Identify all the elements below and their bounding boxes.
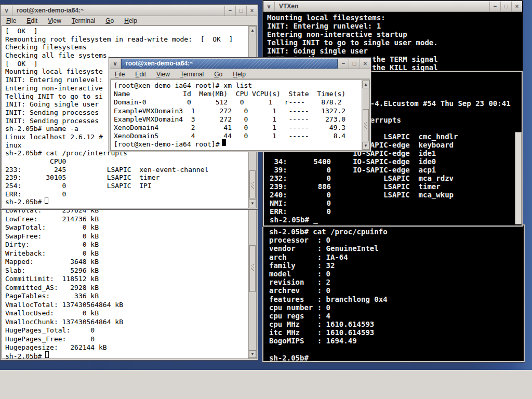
scroll-down-icon[interactable]: ▼ <box>249 350 256 358</box>
close-button[interactable]: × <box>360 59 370 69</box>
menu-item-help[interactable]: Help <box>228 71 251 78</box>
scroll-down-icon[interactable]: ▼ <box>362 142 369 150</box>
menu-item-view[interactable]: View <box>151 71 175 78</box>
scrollbar-thumb[interactable] <box>249 245 256 292</box>
close-button[interactable]: × <box>511 2 522 11</box>
titlebar[interactable]: ∨ root@xen-demo-ia64:~ − □ × <box>110 58 370 69</box>
maximize-button[interactable]: □ <box>349 59 360 69</box>
scrollbar[interactable]: ▼ <box>248 185 256 358</box>
window-console-cpuinfo[interactable]: sh-2.05b# cat /proc/cpuinfoprocessor : 0… <box>262 224 525 362</box>
scrollbar-thumb[interactable] <box>515 132 522 224</box>
terminal-cursor <box>45 197 48 204</box>
window-terminal-xmlist[interactable]: ∨ root@xen-demo-ia64:~ − □ × FileEditVie… <box>109 57 371 152</box>
window-menu-icon[interactable]: ∨ <box>110 59 121 69</box>
window-title: root@xen-demo-ia64:~ <box>12 7 84 14</box>
menu-item-go[interactable]: Go <box>100 17 119 24</box>
menu-item-edit[interactable]: Edit <box>21 17 43 24</box>
terminal-cursor-active <box>222 139 226 146</box>
scroll-up-icon[interactable]: ▲ <box>249 26 256 34</box>
console-text: sh-2.05b# cat /proc/cpuinfoprocessor : 0… <box>269 228 388 362</box>
taskbar-panel: [VNC config [root@xen-d VTXen Terminal (… <box>0 370 532 399</box>
menu-item-terminal[interactable]: Terminal <box>66 17 100 24</box>
terminal-cursor <box>45 351 49 358</box>
minimize-button[interactable]: − <box>489 2 500 11</box>
scrollbar-thumb[interactable] <box>363 109 369 141</box>
minimize-button[interactable]: − <box>224 6 235 16</box>
menu-item-file[interactable]: File <box>110 71 130 78</box>
minimize-button[interactable]: − <box>338 59 349 69</box>
menu-item-edit[interactable]: Edit <box>130 71 151 78</box>
menu-item-terminal[interactable]: Terminal <box>175 71 209 78</box>
menu-item-view[interactable]: View <box>43 17 66 24</box>
menu-item-go[interactable]: Go <box>209 71 228 78</box>
window-title: VTXen <box>275 3 298 10</box>
maximize-button[interactable]: □ <box>235 6 246 16</box>
scrollbar[interactable]: ▲ ▼ <box>362 80 369 150</box>
window-menu-icon[interactable]: ∨ <box>263 2 275 11</box>
menu-item-help[interactable]: Help <box>119 17 142 24</box>
scroll-up-icon[interactable]: ▲ <box>362 81 369 88</box>
terminal-text: [root@xen-demo-ia64 root]# xm listName I… <box>114 82 345 149</box>
window-title: root@xen-demo-ia64:~ <box>122 60 193 67</box>
maximize-button[interactable]: □ <box>500 2 511 11</box>
menubar: FileEditViewTerminalGoHelp <box>1 16 257 25</box>
terminal-content-xmlist[interactable]: [root@xen-demo-ia64 root]# xm listName I… <box>110 79 370 151</box>
menubar: FileEditViewTerminalGoHelp <box>110 70 370 79</box>
terminal-content-meminfo[interactable]: LowTotal: 237624 kBLowFree: 214736 kBSwa… <box>2 184 257 359</box>
menu-item-file[interactable]: File <box>1 17 21 24</box>
window-menu-icon[interactable]: ∨ <box>1 6 12 16</box>
scroll-down-icon[interactable]: ▼ <box>249 200 256 207</box>
titlebar[interactable]: ∨ VTXen − □ × <box>263 1 522 12</box>
scrollbar-thumb[interactable] <box>249 170 256 198</box>
terminal-text: LowTotal: 237624 kBLowFree: 214736 kBSwa… <box>5 206 123 359</box>
titlebar-active-area[interactable]: root@xen-demo-ia64:~ <box>121 59 338 69</box>
titlebar[interactable]: ∨ root@xen-demo-ia64:~ − □ × <box>1 5 257 16</box>
close-button[interactable]: × <box>246 6 257 16</box>
